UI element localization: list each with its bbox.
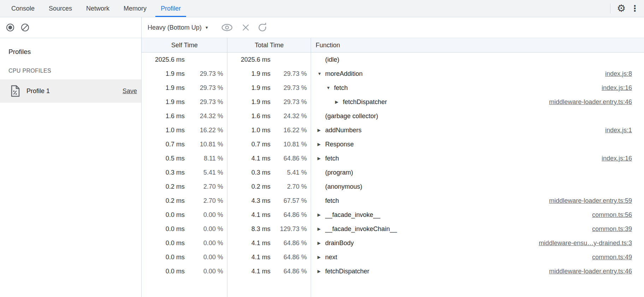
source-location-link[interactable]: common.ts:56 [585,211,632,219]
total-time-percent: 64.86 % [270,211,311,219]
clear-profiles-button[interactable] [20,23,30,32]
source-location-link[interactable]: common.ts:49 [585,254,632,261]
function-name: addNumbers [325,127,362,134]
expander-icon-collapsed[interactable]: ▶ [317,255,325,259]
table-row[interactable]: 1.0 ms16.22 %1.0 ms16.22 %▶addNumbersind… [142,123,644,137]
refresh-icon [257,23,267,32]
restore-all-functions-button[interactable] [257,23,267,32]
overflow-menu-icon[interactable]: ⋮ [631,4,639,13]
source-location-link[interactable]: common.ts:39 [585,225,632,233]
function-cell: ▶nextcommon.ts:49 [311,254,644,261]
self-time-ms: 1.9 ms [142,98,185,106]
source-location-link[interactable]: index.js:16 [595,155,632,162]
table-row[interactable]: 0.0 ms0.00 %4.1 ms64.86 %▶__facade_invok… [142,208,644,222]
self-time-percent: 29.73 % [185,70,227,78]
function-cell: (anonymous) [311,183,644,190]
column-header-total-time[interactable]: Total Time [227,42,311,49]
function-name: next [325,254,337,261]
settings-gear-icon[interactable]: ⚙ [617,4,626,13]
table-row[interactable]: 0.0 ms0.00 %4.1 ms64.86 %▶fetchDispatche… [142,264,644,278]
total-time-cell: 0.7 ms10.81 % [227,141,311,148]
tab-network[interactable]: Network [81,0,115,17]
expander-icon-collapsed[interactable]: ▶ [317,269,325,273]
self-time-cell: 0.3 ms5.41 % [142,169,227,176]
expander-icon-collapsed[interactable]: ▶ [317,142,325,146]
tab-console[interactable]: Console [6,0,40,17]
table-row[interactable]: 0.0 ms0.00 %4.1 ms64.86 %▶nextcommon.ts:… [142,250,644,264]
record-profile-button[interactable] [6,23,15,32]
total-time-percent: 29.73 % [270,84,311,92]
expander-icon-expanded[interactable]: ▼ [326,86,334,90]
source-location-link[interactable]: index.js:1 [598,127,632,134]
total-time-ms: 1.9 ms [227,98,270,106]
total-time-percent: 16.22 % [270,127,311,134]
self-time-cell: 0.0 ms0.00 % [142,240,227,247]
total-time-percent: 24.32 % [270,113,311,120]
table-row[interactable]: 0.7 ms10.81 %0.7 ms10.81 %▶Response [142,137,644,151]
save-profile-link[interactable]: Save [123,87,137,95]
eye-icon [221,23,233,32]
self-time-cell: 2025.6 ms [142,56,227,63]
self-time-percent: 2.70 % [185,197,227,205]
tab-memory[interactable]: Memory [118,0,152,17]
expander-icon-collapsed[interactable]: ▶ [335,100,343,104]
expander-icon-collapsed[interactable]: ▶ [317,128,325,132]
table-row[interactable]: 0.2 ms2.70 %4.3 ms67.57 %fetchmiddleware… [142,194,644,208]
total-time-percent: 64.86 % [270,240,311,247]
total-time-ms: 4.1 ms [227,240,270,247]
tab-profiler[interactable]: Profiler [155,0,186,17]
self-time-cell: 0.0 ms0.00 % [142,268,227,275]
table-row[interactable]: 0.3 ms5.41 %0.3 ms5.41 %(program) [142,165,644,180]
focus-selected-function-button[interactable] [221,23,233,32]
total-time-ms: 8.3 ms [227,225,270,233]
table-row[interactable]: 1.6 ms24.32 %1.6 ms24.32 %(garbage colle… [142,109,644,123]
function-cell: ▼fetchindex.js:16 [311,84,644,92]
total-time-ms: 0.2 ms [227,183,270,190]
table-row[interactable]: 0.2 ms2.70 %0.2 ms2.70 %(anonymous) [142,180,644,194]
grid-header-row: Self Time Total Time Function [142,38,644,53]
total-time-cell: 4.1 ms64.86 % [227,211,311,219]
view-mode-dropdown[interactable]: Heavy (Bottom Up) ▼ [148,24,209,31]
expander-icon-collapsed[interactable]: ▶ [317,213,325,217]
column-header-self-time[interactable]: Self Time [142,42,227,49]
source-location-link[interactable]: index.js:8 [598,70,632,78]
table-row[interactable]: 1.9 ms29.73 %1.9 ms29.73 %▼fetchindex.js… [142,81,644,95]
exclude-selected-function-button[interactable] [242,24,250,31]
expander-icon-expanded[interactable]: ▼ [317,72,325,76]
function-cell: (program) [311,169,644,176]
total-time-cell: 4.1 ms64.86 % [227,268,311,275]
self-time-ms: 0.3 ms [142,169,185,176]
total-time-percent: 10.81 % [270,141,311,148]
expander-icon-collapsed[interactable]: ▶ [317,241,325,245]
total-time-cell: 4.1 ms64.86 % [227,155,311,162]
self-time-cell: 1.0 ms16.22 % [142,127,227,134]
self-time-percent: 16.22 % [185,127,227,134]
profiles-heading: Profiles [8,48,141,56]
source-location-link[interactable]: index.js:16 [595,84,632,92]
table-row[interactable]: 0.0 ms0.00 %4.1 ms64.86 %▶drainBodymiddl… [142,236,644,250]
function-name: (program) [325,169,353,176]
column-header-function[interactable]: Function [311,42,644,49]
table-row[interactable]: 2025.6 ms2025.6 ms(idle) [142,53,644,67]
source-location-link[interactable]: middleware-loader.entry.ts:46 [542,98,632,106]
source-location-link[interactable]: middleware-ensu…y-drained.ts:3 [532,240,632,247]
expander-icon-collapsed[interactable]: ▶ [317,156,325,160]
source-location-link[interactable]: middleware-loader.entry.ts:59 [542,197,632,205]
profile-name: Profile 1 [26,87,50,95]
function-name: (idle) [325,56,339,63]
source-location-link[interactable]: middleware-loader.entry.ts:46 [542,268,632,275]
sidebar-item-profile-1[interactable]: Profile 1 Save [0,79,141,103]
expander-icon-collapsed[interactable]: ▶ [317,227,325,231]
table-row[interactable]: 1.9 ms29.73 %1.9 ms29.73 %▶fetchDispatch… [142,95,644,109]
self-time-ms: 2025.6 ms [142,56,185,63]
total-time-ms: 1.9 ms [227,70,270,78]
main-area: Profiles CPU PROFILES Profile 1 Save [0,17,644,297]
table-row[interactable]: 0.5 ms8.11 %4.1 ms64.86 %▶fetchindex.js:… [142,151,644,165]
table-row[interactable]: 1.9 ms29.73 %1.9 ms29.73 %▼moreAdditioni… [142,67,644,81]
profiles-sidebar-pane: Profiles CPU PROFILES Profile 1 Save [0,17,141,297]
table-row[interactable]: 0.0 ms0.00 %8.3 ms129.73 %▶__facade_invo… [142,222,644,236]
total-time-cell: 0.3 ms5.41 % [227,169,311,176]
self-time-cell: 1.9 ms29.73 % [142,70,227,78]
function-cell: ▶Response [311,141,644,148]
tab-sources[interactable]: Sources [43,0,77,17]
